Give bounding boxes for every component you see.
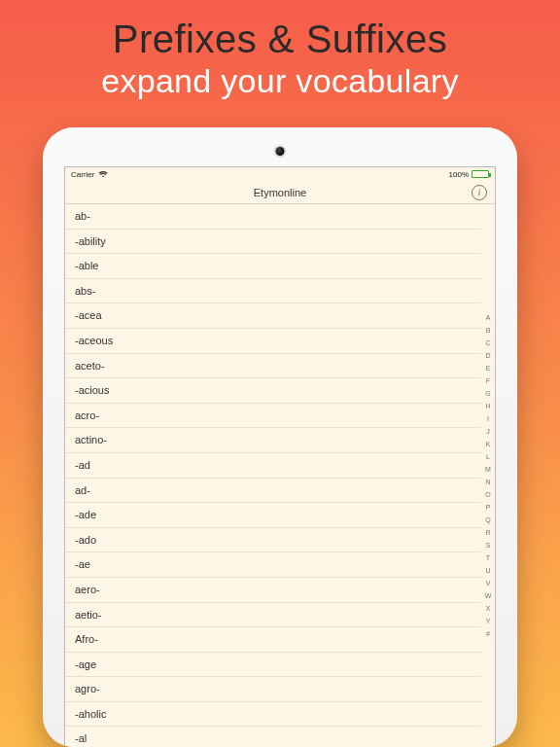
status-bar: Carrier 100% <box>65 167 495 181</box>
index-letter[interactable]: H <box>485 400 490 412</box>
list-item[interactable]: -acious <box>65 378 481 404</box>
index-letter[interactable]: R <box>485 526 490 539</box>
index-letter[interactable]: F <box>486 374 490 387</box>
index-letter[interactable]: A <box>486 311 491 324</box>
list-item[interactable]: aetio- <box>65 603 481 628</box>
list-item[interactable]: aceto- <box>65 354 481 379</box>
index-letter[interactable]: P <box>486 501 491 514</box>
section-index[interactable]: ABCDEFGHIJKLMNOPQRSTUVWXY# <box>481 204 495 747</box>
list-item[interactable]: abs- <box>65 279 481 304</box>
index-letter[interactable]: O <box>485 488 490 501</box>
list-item[interactable]: -ae <box>65 552 481 578</box>
index-letter[interactable]: V <box>486 577 491 589</box>
carrier-text: Carrier <box>71 170 94 179</box>
list-item[interactable]: acro- <box>65 404 481 429</box>
index-letter[interactable]: X <box>486 602 491 615</box>
battery-icon <box>472 170 489 178</box>
list-item[interactable]: -age <box>65 653 481 678</box>
index-letter[interactable]: Y <box>486 615 491 627</box>
index-letter[interactable]: E <box>486 362 491 374</box>
list-item[interactable]: -ad <box>65 453 481 479</box>
index-letter[interactable]: J <box>486 425 490 438</box>
battery-text: 100% <box>449 170 469 179</box>
list-item[interactable]: -acea <box>65 303 481 329</box>
list-item[interactable]: -ability <box>65 230 481 255</box>
affix-list[interactable]: ab--ability-ableabs--acea-aceousaceto--a… <box>65 204 481 747</box>
index-letter[interactable]: G <box>485 387 490 400</box>
list-item[interactable]: -al <box>65 727 481 747</box>
index-letter[interactable]: S <box>486 539 491 551</box>
list-item[interactable]: aero- <box>65 578 481 603</box>
list-item[interactable]: -able <box>65 254 481 279</box>
list-item[interactable]: ad- <box>65 479 481 504</box>
list-item[interactable]: actino- <box>65 428 481 453</box>
promo-stage: Prefixes & Suffixes expand your vocabula… <box>0 0 560 747</box>
index-letter[interactable]: C <box>485 337 490 349</box>
index-letter[interactable]: L <box>486 450 490 463</box>
promo-text: Prefixes & Suffixes expand your vocabula… <box>101 18 459 100</box>
nav-bar: Etymonline i <box>65 181 495 204</box>
index-letter[interactable]: T <box>486 551 490 564</box>
index-letter[interactable]: U <box>485 564 490 577</box>
list-item[interactable]: -ado <box>65 528 481 553</box>
index-letter[interactable]: I <box>487 412 489 425</box>
status-left: Carrier <box>71 170 108 179</box>
index-letter[interactable]: W <box>485 589 492 602</box>
camera-dot <box>276 147 285 156</box>
index-letter[interactable]: N <box>485 476 490 488</box>
list-item[interactable]: agro- <box>65 677 481 702</box>
content-area: ab--ability-ableabs--acea-aceousaceto--a… <box>65 204 495 747</box>
wifi-icon <box>98 170 108 178</box>
index-letter[interactable]: K <box>486 438 491 450</box>
list-item[interactable]: ab- <box>65 204 481 230</box>
promo-subtitle: expand your vocabulary <box>101 62 459 100</box>
list-item[interactable]: -aceous <box>65 329 481 354</box>
app-screen: Carrier 100% Etymonline i ab--ability-ab… <box>64 166 496 747</box>
page-title: Etymonline <box>254 187 306 198</box>
list-item[interactable]: -ade <box>65 503 481 528</box>
index-letter[interactable]: D <box>485 349 490 362</box>
list-item[interactable]: -aholic <box>65 702 481 728</box>
list-item[interactable]: Afro- <box>65 627 481 653</box>
device-frame: Carrier 100% Etymonline i ab--ability-ab… <box>43 127 517 747</box>
info-button[interactable]: i <box>472 185 487 200</box>
index-letter[interactable]: M <box>485 463 491 476</box>
status-right: 100% <box>449 170 489 179</box>
index-letter[interactable]: B <box>486 324 491 337</box>
promo-title: Prefixes & Suffixes <box>101 18 459 60</box>
index-letter[interactable]: # <box>486 627 490 640</box>
index-letter[interactable]: Q <box>485 514 490 526</box>
